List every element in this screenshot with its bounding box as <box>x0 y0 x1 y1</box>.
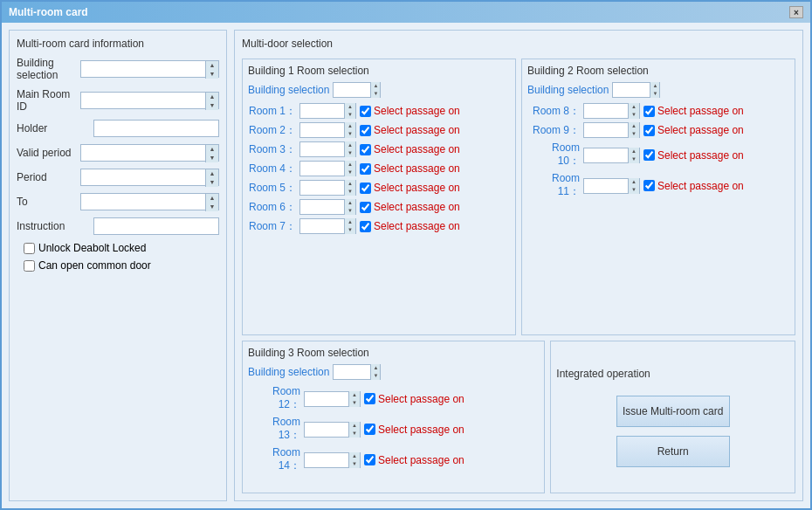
spinner-down[interactable]: ▼ <box>345 207 355 215</box>
room6-input[interactable]: ▲ ▼ <box>299 199 356 215</box>
room10-input[interactable]: ▲ ▼ <box>583 148 640 163</box>
room4-field[interactable] <box>300 162 344 176</box>
room7-passage-check[interactable] <box>360 221 371 232</box>
spinner-down[interactable]: ▼ <box>629 130 639 138</box>
room8-passage-check[interactable] <box>643 106 655 117</box>
spinner-down[interactable]: ▼ <box>206 203 218 211</box>
room6-passage-check[interactable] <box>360 202 371 213</box>
room3-passage[interactable]: Select passage on <box>360 143 460 155</box>
instruction-field[interactable] <box>93 217 219 235</box>
spinner-up[interactable]: ▲ <box>629 148 639 155</box>
room1-input[interactable]: ▲ ▼ <box>299 103 356 119</box>
spinner-up[interactable]: ▲ <box>345 180 355 188</box>
spinner-up[interactable]: ▲ <box>345 141 355 149</box>
room4-passage-check[interactable] <box>360 163 371 175</box>
unlock-checkbox[interactable] <box>24 243 35 254</box>
spinner-up[interactable]: ▲ <box>371 82 380 90</box>
spinner-down[interactable]: ▼ <box>629 186 639 194</box>
building-selection-input[interactable]: ▲ ▼ <box>80 60 219 78</box>
valid-period-input[interactable]: 2014/ 8/17 ▲ ▼ <box>80 144 219 162</box>
period-field[interactable]: 00:00 <box>81 169 205 185</box>
room1-passage-check[interactable] <box>360 106 371 117</box>
room2-input[interactable]: ▲ ▼ <box>299 122 356 138</box>
room7-input[interactable]: ▲ ▼ <box>299 218 356 234</box>
spinner-up[interactable]: ▲ <box>345 122 355 130</box>
can-open-checkbox[interactable] <box>24 260 35 272</box>
room1-field[interactable] <box>300 104 344 118</box>
room6-field[interactable] <box>300 200 344 214</box>
close-button[interactable]: × <box>789 6 803 18</box>
room14-input[interactable]: ▲ ▼ <box>304 452 361 468</box>
room4-passage[interactable]: Select passage on <box>360 162 460 175</box>
to-input[interactable]: 23:59 ▲ ▼ <box>80 193 219 210</box>
room10-passage-check[interactable] <box>643 149 655 161</box>
room5-passage-check[interactable] <box>360 183 371 194</box>
spinner-down[interactable]: ▼ <box>629 111 639 119</box>
spinner-up[interactable]: ▲ <box>206 169 218 178</box>
spinner-down[interactable]: ▼ <box>206 178 218 187</box>
building1-select[interactable]: ▲ ▼ <box>333 82 381 98</box>
holder-field[interactable] <box>93 120 219 137</box>
spinner-up[interactable]: ▲ <box>345 161 355 169</box>
room12-passage[interactable]: Select passage on <box>364 393 464 405</box>
spinner-down[interactable]: ▼ <box>629 155 639 163</box>
spinner-down[interactable]: ▼ <box>345 169 355 176</box>
spinner-up[interactable]: ▲ <box>345 103 355 111</box>
room13-passage-check[interactable] <box>364 424 375 435</box>
spinner-up[interactable]: ▲ <box>349 391 360 399</box>
building3-select-field[interactable] <box>334 365 370 379</box>
spinner-up[interactable]: ▲ <box>371 364 380 372</box>
room14-field[interactable] <box>305 453 348 467</box>
room9-input[interactable]: ▲ ▼ <box>583 122 640 138</box>
spinner-down[interactable]: ▼ <box>349 430 360 438</box>
room11-input[interactable]: ▲ ▼ <box>583 178 640 194</box>
room8-passage[interactable]: Select passage on <box>643 105 744 117</box>
spinner-down[interactable]: ▼ <box>345 226 355 234</box>
room9-passage-check[interactable] <box>643 125 655 136</box>
building-selection-field[interactable] <box>81 61 205 77</box>
room10-passage[interactable]: Select passage on <box>643 149 744 162</box>
spinner-up[interactable]: ▲ <box>206 145 218 154</box>
spinner-up[interactable]: ▲ <box>206 93 218 101</box>
spinner-down[interactable]: ▼ <box>345 149 355 157</box>
room9-passage[interactable]: Select passage on <box>643 124 744 136</box>
spinner-up[interactable]: ▲ <box>349 422 360 430</box>
room3-input[interactable]: ▲ ▼ <box>299 141 356 157</box>
room1-passage[interactable]: Select passage on <box>360 105 460 117</box>
return-button[interactable]: Return <box>616 436 730 467</box>
room14-passage[interactable]: Select passage on <box>364 454 464 466</box>
spinner-down[interactable]: ▼ <box>371 90 380 98</box>
spinner-up[interactable]: ▲ <box>206 194 218 203</box>
spinner-up[interactable]: ▲ <box>629 122 639 130</box>
building1-select-field[interactable] <box>334 83 370 97</box>
room11-field[interactable] <box>584 179 628 193</box>
room14-passage-check[interactable] <box>364 454 375 465</box>
room12-input[interactable]: ▲ ▼ <box>304 391 361 407</box>
main-room-id-input[interactable]: ▲ ▼ <box>80 92 219 109</box>
room2-passage[interactable]: Select passage on <box>360 124 460 136</box>
room8-field[interactable] <box>584 104 628 118</box>
room2-field[interactable] <box>300 123 344 137</box>
room3-passage-check[interactable] <box>360 144 371 155</box>
spinner-up[interactable]: ▲ <box>206 61 218 70</box>
spinner-down[interactable]: ▼ <box>206 101 218 110</box>
spinner-up[interactable]: ▲ <box>629 103 639 111</box>
valid-period-field[interactable]: 2014/ 8/17 <box>81 145 205 161</box>
spinner-up[interactable]: ▲ <box>345 218 355 226</box>
main-room-id-field[interactable] <box>81 93 205 108</box>
period-input[interactable]: 00:00 ▲ ▼ <box>80 169 219 186</box>
room11-passage[interactable]: Select passage on <box>643 180 744 192</box>
spinner-down[interactable]: ▼ <box>650 90 659 98</box>
room9-field[interactable] <box>584 123 628 137</box>
spinner-down[interactable]: ▼ <box>206 70 218 79</box>
room3-field[interactable] <box>300 142 344 156</box>
room7-field[interactable] <box>300 219 344 233</box>
spinner-up[interactable]: ▲ <box>349 452 360 460</box>
spinner-up[interactable]: ▲ <box>650 82 659 90</box>
room13-input[interactable]: ▲ ▼ <box>304 422 361 438</box>
room8-input[interactable]: ▲ ▼ <box>583 103 640 119</box>
room13-field[interactable] <box>305 423 348 437</box>
room12-passage-check[interactable] <box>364 393 375 404</box>
building3-select[interactable]: ▲ ▼ <box>333 364 381 380</box>
room2-passage-check[interactable] <box>360 125 371 136</box>
